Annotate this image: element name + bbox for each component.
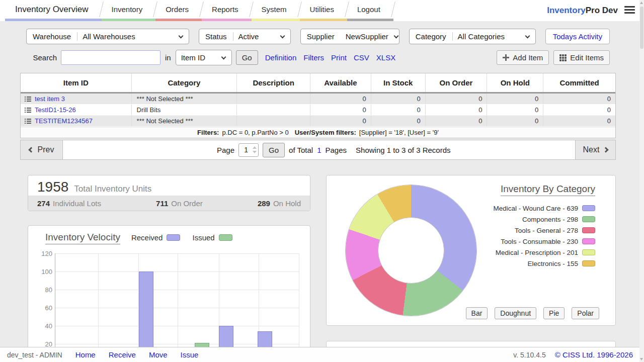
filters-note-text1: p.DC = 0, p.PartNo > 0 — [222, 129, 288, 136]
page-number-input[interactable]: 1 — [238, 143, 259, 157]
cell-description — [236, 105, 310, 115]
scrollbar-thumb[interactable] — [640, 7, 643, 49]
category-legend-swatch — [582, 249, 595, 255]
item-id-link[interactable]: TESTITEM1234567 — [35, 117, 93, 125]
footer-link-receive[interactable]: Receive — [109, 350, 136, 359]
search-scope-select[interactable]: Item ID — [176, 50, 232, 65]
supplier-select[interactable]: Supplier NewSupplier — [300, 29, 399, 44]
cell-on_order: 0 — [425, 105, 487, 115]
chevron-right-icon — [603, 147, 609, 152]
chart-type-button-bar[interactable]: Bar — [466, 307, 488, 319]
category-legend-label: Components - 298 — [522, 216, 578, 223]
item-id-link[interactable]: test item 3 — [35, 95, 65, 103]
cell-on_order: 0 — [425, 116, 487, 126]
page-go-button[interactable]: Go — [263, 143, 285, 157]
tab-label: Reports — [212, 5, 238, 14]
chevron-down-icon — [525, 33, 530, 38]
supplier-value: NewSupplier — [341, 32, 393, 41]
chevron-left-icon — [28, 147, 34, 152]
tab-label: Orders — [166, 5, 189, 14]
page-spinner[interactable] — [253, 146, 257, 153]
search-go-button[interactable]: Go — [236, 50, 258, 65]
footer-link-issue[interactable]: Issue — [181, 350, 199, 359]
edit-items-button[interactable]: Edit Items — [553, 50, 610, 65]
warehouse-select[interactable]: Warehouse All Warehouses — [26, 29, 189, 44]
column-header-committed[interactable]: Committed — [543, 73, 615, 92]
footer-link-move[interactable]: Move — [149, 350, 168, 359]
cell-available: 0 — [310, 94, 371, 104]
link-filters[interactable]: Filters — [303, 53, 324, 62]
table-row: TESTITEM1234567*** Not Selected ***00000 — [21, 116, 615, 127]
gridline — [55, 308, 299, 308]
row-menu-icon[interactable] — [25, 96, 31, 102]
todays-activity-button[interactable]: Todays Activity — [545, 29, 610, 44]
cell-item_id: TESTITEM1234567 — [21, 116, 131, 126]
vertical-scrollbar[interactable] — [639, 0, 644, 362]
chart-type-button-polar[interactable]: Polar — [572, 307, 599, 319]
chevron-down-icon — [393, 33, 398, 38]
table-row: TestID1-15-26Drill Bits00000 — [21, 105, 615, 116]
tab-logout[interactable]: Logout — [347, 0, 393, 21]
category-select[interactable]: Category All Categories — [409, 29, 536, 44]
status-select[interactable]: Status Active — [199, 29, 291, 44]
column-header-category[interactable]: Category — [131, 73, 237, 92]
legend-swatch — [167, 234, 180, 241]
spinner-up-icon[interactable] — [253, 146, 257, 149]
column-header-on-order[interactable]: On Order — [425, 73, 487, 92]
doughnut-chart[interactable] — [346, 185, 476, 316]
add-item-button[interactable]: Add Item — [497, 50, 549, 65]
row-menu-icon[interactable] — [25, 107, 31, 113]
y-axis-tick-label: 120 — [32, 250, 52, 257]
tab-label: Logout — [357, 5, 380, 14]
tab-utilities[interactable]: Utilities — [300, 0, 347, 21]
summary-stats-strip: 274Individual Lots711On Order289On Hold — [28, 196, 310, 211]
spinner-down-icon[interactable] — [253, 151, 257, 153]
scroll-down-icon[interactable] — [640, 358, 643, 360]
link-definition[interactable]: Definition — [265, 53, 297, 62]
filters-note-text2: [Supplier] = '18', [User] = '9' — [359, 129, 439, 136]
link-print[interactable]: Print — [331, 53, 347, 62]
tab-inventory[interactable]: Inventory — [102, 0, 156, 21]
category-legend-item-tools-consumable: Tools - Consumable - 230 — [493, 236, 595, 247]
row-menu-icon[interactable] — [25, 118, 31, 124]
next-page-button[interactable]: Next — [575, 140, 615, 159]
velocity-bar-chart: 12010080604020 — [55, 253, 299, 362]
tab-orders[interactable]: Orders — [155, 0, 202, 21]
link-xlsx[interactable]: XLSX — [376, 53, 395, 62]
chart-type-button-doughnut[interactable]: Doughnut — [495, 307, 536, 319]
column-header-in-stock[interactable]: In Stock — [371, 73, 425, 92]
tab-reports[interactable]: Reports — [202, 0, 252, 21]
scroll-up-icon[interactable] — [640, 2, 643, 4]
cell-in_stock: 0 — [371, 116, 425, 126]
search-input[interactable] — [61, 50, 160, 65]
summary-stat-individual-lots: 274Individual Lots — [37, 199, 101, 208]
copyright-link[interactable]: © CISS Ltd. 1996-2026 — [555, 350, 633, 359]
filters-note-label2: User/System filters: — [295, 129, 356, 136]
cell-in_stock: 0 — [371, 94, 425, 104]
category-chart-title: Inventory By Category — [501, 184, 595, 196]
chart-type-button-pie[interactable]: Pie — [543, 307, 565, 319]
inventory-summary-card: 1958 Total Inventory Units 274Individual… — [28, 175, 310, 211]
warehouse-value: All Warehouses — [77, 32, 178, 41]
item-id-link[interactable]: TestID1-15-26 — [35, 106, 76, 114]
pagination-bar: Prev Page 1 Go of Total 1 Pages Showing … — [20, 140, 616, 160]
add-item-label: Add Item — [513, 53, 543, 62]
footer-link-home[interactable]: Home — [75, 350, 96, 359]
prev-page-button[interactable]: Prev — [21, 140, 63, 159]
table-header-row: Item IDCategoryDescriptionAvailableIn St… — [21, 73, 615, 94]
column-header-on-hold[interactable]: On Hold — [487, 73, 543, 92]
table-row: test item 3*** Not Selected ***00000 — [21, 94, 615, 105]
column-header-available[interactable]: Available — [310, 73, 371, 92]
in-label: in — [165, 53, 171, 62]
hamburger-menu-icon[interactable] — [624, 6, 635, 15]
legend-label: Received — [131, 233, 163, 242]
tab-inventory-overview[interactable]: Inventory Overview — [5, 0, 102, 21]
total-units-value: 1958 — [37, 179, 68, 195]
column-header-item-id[interactable]: Item ID — [21, 73, 131, 92]
column-header-description[interactable]: Description — [236, 73, 310, 92]
cell-category: *** Not Selected *** — [131, 116, 237, 126]
plus-icon — [503, 54, 509, 61]
cell-item_id: test item 3 — [21, 94, 131, 104]
tab-system[interactable]: System — [252, 0, 300, 21]
link-csv[interactable]: CSV — [354, 53, 369, 62]
